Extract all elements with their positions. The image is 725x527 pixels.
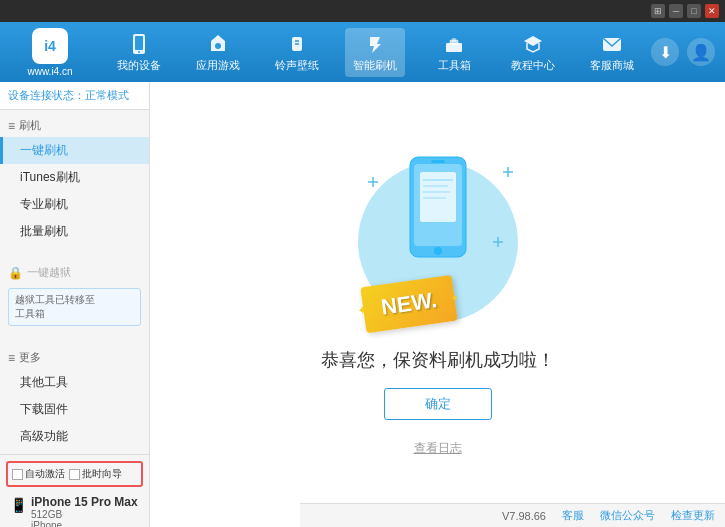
jailbreak-notice-text: 越狱工具已转移至工具箱 <box>15 294 95 319</box>
star-left: ✦ <box>356 303 368 318</box>
minimize-icon[interactable]: ─ <box>669 4 683 18</box>
footer-version: V7.98.66 <box>502 510 546 522</box>
svg-point-3 <box>215 43 221 49</box>
success-text: 恭喜您，保资料刷机成功啦！ <box>321 348 555 372</box>
phone-container: ✦ NEW. ✦ <box>358 152 518 332</box>
sidebar-item-one-click-flash[interactable]: 一键刷机 <box>0 137 149 164</box>
nav-item-toolbox[interactable]: 工具箱 <box>424 28 484 77</box>
timed-guide-label: 批时向导 <box>82 467 122 481</box>
svg-rect-1 <box>135 36 143 50</box>
nav-label-smart-flash: 智能刷机 <box>353 58 397 73</box>
auto-options-container: 自动激活 批时向导 <box>6 461 143 487</box>
header-right: ⬇ 👤 <box>651 38 715 66</box>
flash-section-title: 刷机 <box>19 118 41 133</box>
footer-link-wechat[interactable]: 微信公众号 <box>600 508 655 523</box>
sidebar-item-batch-flash[interactable]: 批量刷机 <box>0 218 149 245</box>
footer-link-update[interactable]: 检查更新 <box>671 508 715 523</box>
user-button[interactable]: 👤 <box>687 38 715 66</box>
tutorial-icon <box>521 32 545 56</box>
sidebar-status: 设备连接状态：正常模式 <box>0 82 149 110</box>
download-button[interactable]: ⬇ <box>651 38 679 66</box>
sidebar: 设备连接状态：正常模式 ≡ 刷机 一键刷机 iTunes刷机 专业刷机 批量刷机 <box>0 82 150 527</box>
nav-item-app-game[interactable]: 应用游戏 <box>188 28 248 77</box>
jailbreak-notice: 越狱工具已转移至工具箱 <box>8 288 141 326</box>
more-section-title: 更多 <box>19 350 41 365</box>
svg-rect-9 <box>452 38 456 42</box>
nav-label-app-game: 应用游戏 <box>196 58 240 73</box>
nav-label-tutorial: 教程中心 <box>511 58 555 73</box>
timed-guide-box[interactable] <box>69 469 80 480</box>
sidebar-bottom: 自动激活 批时向导 📱 iPhone 15 Pro Max 512GB iPho… <box>0 454 149 527</box>
device-details: iPhone 15 Pro Max 512GB iPhone <box>31 495 138 527</box>
svg-point-24 <box>434 247 442 255</box>
nav-item-ringtone[interactable]: 铃声壁纸 <box>267 28 327 77</box>
nav-item-my-device[interactable]: 我的设备 <box>109 28 169 77</box>
status-label: 设备连接状态： <box>8 89 85 101</box>
main: 设备连接状态：正常模式 ≡ 刷机 一键刷机 iTunes刷机 专业刷机 批量刷机 <box>0 82 725 527</box>
device-type: iPhone <box>31 520 138 527</box>
more-icon: ≡ <box>8 351 15 365</box>
svg-rect-25 <box>431 160 445 163</box>
flash-section: ≡ 刷机 一键刷机 iTunes刷机 专业刷机 批量刷机 <box>0 110 149 249</box>
device-name: iPhone 15 Pro Max <box>31 495 138 509</box>
nav: 我的设备 应用游戏 铃声壁纸 智能刷机 工具箱 <box>100 28 651 77</box>
confirm-button[interactable]: 确定 <box>384 388 492 420</box>
star-right: ✦ <box>450 292 459 304</box>
more-section: ≡ 更多 其他工具 下载固件 高级功能 <box>0 342 149 454</box>
service-icon <box>600 32 624 56</box>
auto-activate-checkbox[interactable]: 自动激活 <box>12 467 65 481</box>
sidebar-item-advanced[interactable]: 高级功能 <box>0 423 149 450</box>
status-value: 正常模式 <box>85 89 129 101</box>
jailbreak-section: 🔒 一键越狱 越狱工具已转移至工具箱 <box>0 257 149 334</box>
device-phone-icon: 📱 <box>10 497 27 513</box>
lock-icon: 🔒 <box>8 266 23 280</box>
logo-icon: i4 <box>32 28 68 64</box>
device-info: 📱 iPhone 15 Pro Max 512GB iPhone <box>6 493 143 527</box>
nav-label-my-device: 我的设备 <box>117 58 161 73</box>
flash-section-icon: ≡ <box>8 119 15 133</box>
app-game-icon <box>206 32 230 56</box>
log-button[interactable]: 查看日志 <box>414 440 462 457</box>
logo: i4 www.i4.cn <box>10 28 90 77</box>
header: i4 www.i4.cn 我的设备 应用游戏 铃声壁纸 智能刷机 <box>0 22 725 82</box>
success-illustration: ✦ NEW. ✦ 恭喜您，保资料刷机成功啦！ 确定 查看日志 <box>321 152 555 457</box>
timed-guide-checkbox[interactable]: 批时向导 <box>69 467 122 481</box>
grid-icon[interactable]: ⊞ <box>651 4 665 18</box>
sidebar-item-download-firmware[interactable]: 下载固件 <box>0 396 149 423</box>
footer-link-service[interactable]: 客服 <box>562 508 584 523</box>
auto-activate-box[interactable] <box>12 469 23 480</box>
content-area: ✦ NEW. ✦ 恭喜您，保资料刷机成功啦！ 确定 查看日志 V7.98.66 … <box>150 82 725 527</box>
footer: V7.98.66 客服 微信公众号 检查更新 <box>300 503 725 527</box>
top-bar: ⊞ ─ □ ✕ <box>0 0 725 22</box>
device-icon <box>127 32 151 56</box>
new-badge-text: NEW. <box>379 287 438 320</box>
sidebar-item-pro-flash[interactable]: 专业刷机 <box>0 191 149 218</box>
sidebar-item-other-tools[interactable]: 其他工具 <box>0 369 149 396</box>
svg-point-2 <box>138 51 140 53</box>
ringtone-icon <box>285 32 309 56</box>
nav-item-smart-flash[interactable]: 智能刷机 <box>345 28 405 77</box>
nav-item-service[interactable]: 客服商城 <box>582 28 642 77</box>
sidebar-item-itunes-flash[interactable]: iTunes刷机 <box>0 164 149 191</box>
jailbreak-label: 一键越狱 <box>27 265 71 280</box>
toolbox-icon <box>442 32 466 56</box>
close-icon[interactable]: ✕ <box>705 4 719 18</box>
more-section-header: ≡ 更多 <box>0 346 149 369</box>
flash-section-header: ≡ 刷机 <box>0 114 149 137</box>
nav-label-service: 客服商城 <box>590 58 634 73</box>
jailbreak-header: 🔒 一键越狱 <box>0 261 149 284</box>
logo-text: www.i4.cn <box>27 66 72 77</box>
nav-label-ringtone: 铃声壁纸 <box>275 58 319 73</box>
smart-flash-icon <box>363 32 387 56</box>
nav-label-toolbox: 工具箱 <box>438 58 471 73</box>
maximize-icon[interactable]: □ <box>687 4 701 18</box>
nav-item-tutorial[interactable]: 教程中心 <box>503 28 563 77</box>
auto-activate-label: 自动激活 <box>25 467 65 481</box>
device-storage: 512GB <box>31 509 138 520</box>
